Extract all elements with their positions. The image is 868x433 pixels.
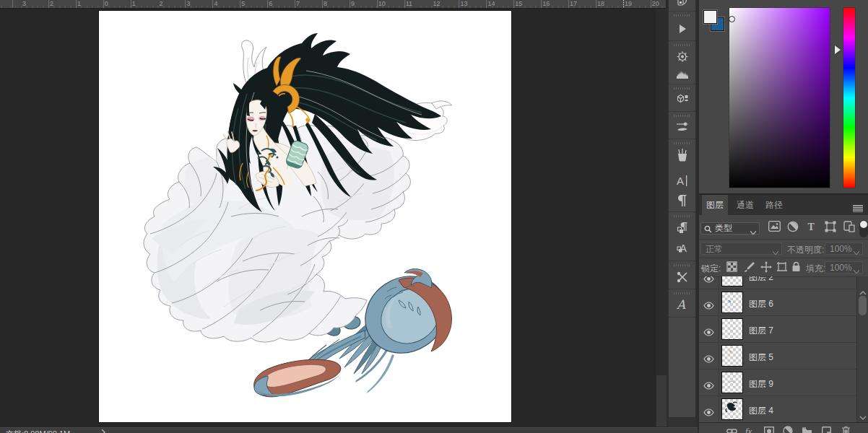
new-layer-icon[interactable] [822, 426, 831, 433]
color-picker-panel [699, 0, 868, 193]
layer-row[interactable]: 图层 4 [699, 396, 856, 422]
ruler-number: 14 [487, 0, 495, 8]
layer-visibility-eye-icon[interactable] [703, 380, 714, 388]
ruler-number: 2 [50, 0, 53, 8]
layer-visibility-eye-icon[interactable] [703, 353, 714, 361]
foreground-color-swatch[interactable] [703, 10, 717, 24]
chevron-down-icon [854, 247, 859, 257]
dock-section-divider [669, 12, 695, 41]
panel-icon-dock: A A A [667, 0, 698, 433]
lock-all-icon[interactable] [791, 261, 804, 274]
link-layers-icon[interactable] [726, 426, 737, 433]
lock-artboard-icon[interactable] [776, 261, 789, 274]
saturation-value-gradient[interactable] [729, 7, 830, 188]
hue-slider-pointer[interactable] [835, 45, 841, 54]
dock-section-divider [669, 212, 695, 261]
layer-row[interactable]: 图层 9 [699, 369, 856, 396]
ruler-cursor-indicator [623, 0, 624, 8]
delete-layer-icon[interactable] [841, 426, 851, 433]
ruler-number: 0 [105, 0, 108, 8]
new-adjustment-layer-icon[interactable] [783, 426, 793, 433]
layer-thumbnail[interactable] [721, 318, 743, 340]
lock-transparency-icon[interactable] [726, 261, 739, 274]
column-separator [719, 316, 719, 343]
layer-styles-fx-icon[interactable]: fx [745, 426, 757, 433]
device-preview-icon[interactable] [677, 0, 688, 7]
ruler-number: 3 [187, 0, 191, 8]
panel-menu-icon[interactable] [853, 202, 863, 209]
tab-layers[interactable]: 图层 [702, 195, 728, 216]
scroll-down-icon[interactable] [859, 411, 867, 416]
layer-name[interactable]: 图层 2 [749, 276, 773, 282]
ruler-number: 20 [652, 0, 659, 8]
dock-section-divider [669, 289, 695, 318]
ruler-number: 6 [269, 0, 272, 8]
fill-input[interactable]: 100% [825, 261, 863, 274]
canvas-vertical-scrollbar-thumb[interactable] [656, 375, 667, 427]
column-separator [719, 396, 719, 422]
sv-gradient-value [729, 8, 830, 188]
layer-visibility-eye-icon[interactable] [703, 326, 714, 334]
artwork-illustration [99, 11, 511, 422]
chevron-down-icon [750, 227, 756, 237]
color-cursor[interactable] [729, 16, 735, 22]
toggle-knob [860, 221, 867, 228]
layer-row[interactable]: 图层 2 [699, 276, 856, 289]
layer-row[interactable]: 图层 7 [699, 316, 856, 343]
type-layer-filter-icon[interactable]: T [806, 221, 819, 233]
blend-mode-select[interactable]: 正常 [700, 242, 782, 255]
layer-name[interactable]: 图层 5 [749, 353, 773, 362]
layer-visibility-eye-icon[interactable] [703, 276, 714, 281]
layer-visibility-eye-icon[interactable] [703, 406, 714, 414]
document-canvas[interactable] [0, 9, 656, 427]
lock-row: 锁定: 填充: 100% [699, 258, 868, 276]
ruler-number: 17 [570, 0, 577, 8]
pixel-layer-filter-icon[interactable] [768, 221, 781, 233]
column-separator [719, 343, 719, 369]
search-icon [704, 225, 712, 236]
lock-image-brush-icon[interactable] [744, 261, 756, 274]
horizontal-ruler[interactable]: 32101234567891011121314151617181920 [0, 0, 666, 9]
layer-name[interactable]: 图层 7 [749, 326, 773, 336]
column-separator [719, 276, 719, 289]
layer-name[interactable]: 图层 4 [749, 406, 773, 416]
adjustment-layer-filter-icon[interactable] [787, 221, 800, 233]
new-group-icon[interactable] [802, 426, 812, 433]
shape-layer-filter-icon[interactable] [825, 221, 838, 233]
layer-visibility-eye-icon[interactable] [703, 299, 714, 307]
layer-row[interactable]: 图层 6 [699, 289, 856, 316]
ruler-number: 18 [597, 0, 604, 8]
scroll-up-icon[interactable] [859, 286, 867, 292]
layer-list-scrollbar[interactable] [856, 276, 868, 422]
document-size-status: 文档:8.98M/90.1M [6, 429, 70, 433]
smart-object-filter-icon[interactable] [843, 221, 856, 233]
lock-position-icon[interactable] [760, 261, 773, 274]
layer-filter-type-select[interactable]: 类型 [700, 222, 760, 235]
ruler-number: 10 [378, 0, 386, 8]
add-layer-mask-icon[interactable] [764, 426, 774, 433]
canvas-vertical-scrollbar[interactable] [656, 9, 667, 427]
tab-channels[interactable]: 通道 [731, 195, 760, 216]
status-bar: 文档:8.98M/90.1M [0, 427, 698, 433]
layer-name[interactable]: 图层 6 [749, 299, 773, 309]
hue-slider[interactable] [843, 7, 856, 188]
column-separator [719, 289, 719, 316]
dock-section-divider [669, 112, 695, 139]
layer-thumbnail[interactable] [721, 276, 743, 287]
tab-paths[interactable]: 路径 [760, 195, 789, 216]
dock-section-divider [669, 139, 695, 212]
lock-label: 锁定: [701, 263, 721, 275]
opacity-label: 不透明度: [787, 244, 824, 256]
layer-name[interactable]: 图层 9 [749, 380, 773, 389]
status-chevron-icon[interactable] [101, 429, 105, 433]
opacity-input[interactable]: 100% [825, 242, 863, 255]
layer-list-scrollbar-thumb[interactable] [859, 296, 867, 315]
ruler-number: 2 [160, 0, 163, 8]
dock-section-divider [669, 261, 695, 289]
artboard[interactable] [99, 11, 511, 422]
ruler-number: 1 [132, 0, 136, 8]
chevron-down-icon [854, 266, 859, 276]
ruler-number: 7 [296, 0, 300, 8]
layer-filter-toggle[interactable] [859, 220, 868, 237]
layer-row[interactable]: 图层 5 [699, 343, 856, 369]
